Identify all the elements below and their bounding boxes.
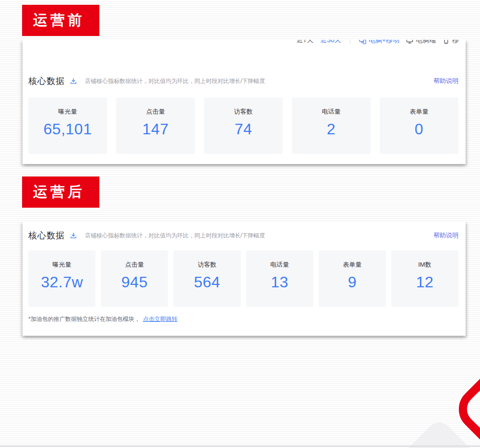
panel-description: 店铺核心指标数据统计，对比值均为环比，同上时段对比增长/下降幅度 xyxy=(85,232,265,240)
metric-value: 65,101 xyxy=(44,120,92,138)
metric-card-clicks: 点击量 147 xyxy=(116,97,195,154)
metric-value: 9 xyxy=(348,273,357,291)
metric-label: 电话量 xyxy=(270,260,289,269)
panel-header-before: 核心数据 店铺核心指标数据统计，对比值均为环比，同上时段对比增长/下降幅度 帮助… xyxy=(28,75,458,87)
metric-label: 点击量 xyxy=(125,260,144,269)
metric-value: 147 xyxy=(143,120,169,138)
metric-label: 表单量 xyxy=(343,260,361,269)
screen: 运营前 近7天 近30天 xyxy=(0,0,480,448)
panel-description: 店铺核心指标数据统计，对比值均为环比，同上时段对比增长/下降幅度 xyxy=(85,77,265,85)
metric-label: 访客数 xyxy=(198,260,216,269)
panel-title: 核心数据 xyxy=(28,230,65,241)
phone-icon xyxy=(443,40,450,44)
download-icon[interactable] xyxy=(70,78,77,84)
banner-after: 运营后 xyxy=(22,177,99,208)
pc-mobile-icon xyxy=(359,40,366,44)
tab-device-pc-mobile[interactable]: 电脑+移动 xyxy=(359,40,399,45)
footnote-jump-link[interactable]: 点击立即跳转 xyxy=(143,316,178,322)
metric-card-forms: 表单量 9 xyxy=(319,250,386,307)
banner-after-label: 运营后 xyxy=(33,182,85,202)
metric-value: 12 xyxy=(416,273,434,291)
metric-card-forms: 表单量 0 xyxy=(380,97,458,154)
metrics-row-after: 曝光量 32.7w 点击量 945 访客数 564 电话量 13 表单量 9 I… xyxy=(28,250,458,307)
help-link[interactable]: 帮助说明 xyxy=(433,77,458,85)
footnote: *加油包的推广数据独立统计在加油包模块，点击立即跳转 xyxy=(28,315,178,323)
metric-card-visitors: 访客数 74 xyxy=(204,97,283,154)
metric-value: 945 xyxy=(121,273,148,291)
metric-card-calls: 电话量 13 xyxy=(246,250,313,307)
metric-label: 电话量 xyxy=(322,107,341,116)
metric-label: 点击量 xyxy=(146,107,165,116)
metric-value: 13 xyxy=(271,273,288,291)
download-icon[interactable] xyxy=(70,232,77,239)
panel-title: 核心数据 xyxy=(28,75,65,87)
banner-before: 运营前 xyxy=(22,5,99,36)
core-data-panel-after: 核心数据 店铺核心指标数据统计，对比值均为环比，同上时段对比增长/下降幅度 帮助… xyxy=(23,222,466,336)
tab-device-pc[interactable]: 电脑端 xyxy=(406,40,436,45)
metrics-row-before: 曝光量 65,101 点击量 147 访客数 74 电话量 2 表单量 0 xyxy=(28,97,458,154)
metric-value: 32.7w xyxy=(41,273,83,291)
metric-label: 曝光量 xyxy=(59,107,77,116)
toolbar: 近7天 近30天 电脑+移动 xyxy=(23,40,459,50)
metric-card-clicks: 点击量 945 xyxy=(101,250,168,307)
toolbar-divider xyxy=(350,40,350,44)
footnote-text: *加油包的推广数据独立统计在加油包模块， xyxy=(28,316,140,322)
metric-card-exposure: 曝光量 65,101 xyxy=(28,97,107,154)
metric-label: IM数 xyxy=(418,260,431,269)
monitor-icon xyxy=(406,40,413,44)
metric-label: 访客数 xyxy=(234,107,253,116)
panel-header-after: 核心数据 店铺核心指标数据统计，对比值均为环比，同上时段对比增长/下降幅度 帮助… xyxy=(28,230,458,241)
metric-card-im: IM数 12 xyxy=(391,250,458,307)
metric-label: 曝光量 xyxy=(53,260,72,269)
help-link[interactable]: 帮助说明 xyxy=(433,231,458,240)
core-data-panel-before: 近7天 近30天 电脑+移动 xyxy=(23,40,466,164)
banner-before-label: 运营前 xyxy=(33,11,85,30)
metric-card-exposure: 曝光量 32.7w xyxy=(28,250,96,307)
metric-value: 74 xyxy=(235,120,252,138)
metric-label: 表单量 xyxy=(410,107,429,116)
tab-range-30d[interactable]: 近30天 xyxy=(320,40,341,45)
tab-device-mobile[interactable]: 移 xyxy=(443,40,459,45)
metric-card-calls: 电话量 2 xyxy=(292,97,371,154)
bottom-border-line xyxy=(0,446,480,447)
tab-range-7d[interactable]: 近7天 xyxy=(296,40,313,45)
metric-card-visitors: 访客数 564 xyxy=(173,250,240,307)
metric-value: 564 xyxy=(194,273,220,291)
metric-value: 0 xyxy=(415,120,423,138)
metric-value: 2 xyxy=(327,120,336,138)
